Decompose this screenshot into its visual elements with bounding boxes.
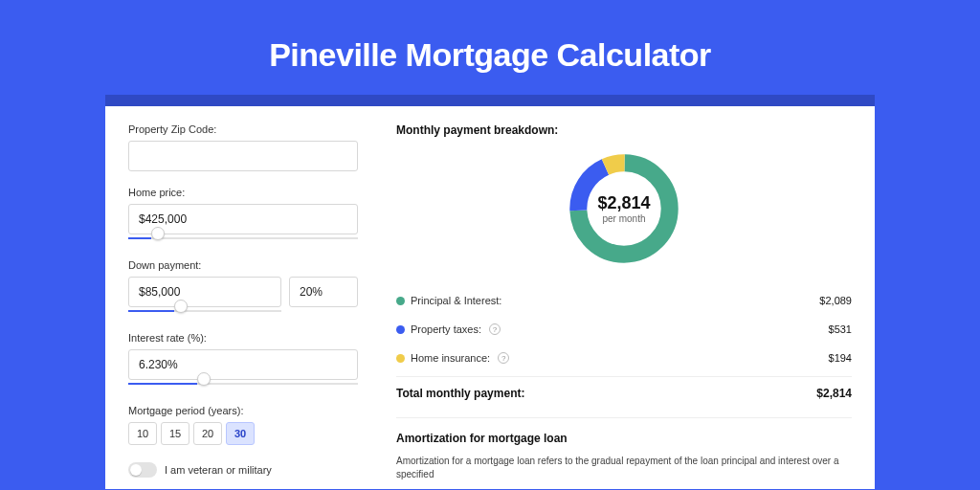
donut-chart: $2,814 per month xyxy=(396,148,852,269)
interest-rate-label: Interest rate (%): xyxy=(128,332,373,344)
zip-block: Property Zip Code: xyxy=(128,123,373,171)
slider-track xyxy=(128,383,358,385)
toggle-dot xyxy=(130,464,142,476)
veteran-row: I am veteran or military xyxy=(128,462,373,478)
home-price-block: Home price: xyxy=(128,187,373,244)
swatch-blue-icon xyxy=(396,325,405,334)
total-value: $2,814 xyxy=(816,387,852,400)
period-block: Mortgage period (years): 10 15 20 30 xyxy=(128,405,373,445)
calculator-card: Property Zip Code: Home price: Down paym… xyxy=(105,106,875,489)
down-payment-percent-input[interactable] xyxy=(289,277,358,307)
card-shadow: Property Zip Code: Home price: Down paym… xyxy=(105,95,875,489)
swatch-green-icon xyxy=(396,297,405,305)
legend-principal-value: $2,089 xyxy=(819,295,852,306)
amortization-section: Amortization for mortgage loan Amortizat… xyxy=(396,417,852,481)
legend-principal-label: Principal & Interest: xyxy=(411,295,501,306)
help-icon[interactable]: ? xyxy=(498,352,509,364)
legend-insurance: Home insurance: ? $194 xyxy=(396,344,852,372)
swatch-yellow-icon xyxy=(396,354,405,363)
donut-sub: per month xyxy=(597,213,650,224)
breakdown-column: Monthly payment breakdown: $2,814 per mo… xyxy=(373,106,875,489)
home-price-slider[interactable] xyxy=(128,233,358,244)
period-label: Mortgage period (years): xyxy=(128,405,373,416)
total-label: Total monthly payment: xyxy=(396,387,524,400)
period-btn-15[interactable]: 15 xyxy=(161,422,189,445)
donut-center: $2,814 per month xyxy=(597,193,650,224)
slider-knob[interactable] xyxy=(151,227,165,240)
down-payment-row xyxy=(128,277,373,307)
help-icon[interactable]: ? xyxy=(489,323,501,335)
legend-left: Property taxes: ? xyxy=(396,323,501,335)
home-price-label: Home price: xyxy=(128,187,373,198)
period-buttons: 10 15 20 30 xyxy=(128,422,373,445)
down-payment-label: Down payment: xyxy=(128,259,373,271)
page-title: Pineville Mortgage Calculator xyxy=(0,0,980,95)
down-payment-slider[interactable] xyxy=(128,305,281,317)
legend-taxes-label: Property taxes: xyxy=(411,323,481,335)
total-row: Total monthly payment: $2,814 xyxy=(396,376,852,412)
down-payment-input[interactable] xyxy=(128,277,281,307)
slider-knob[interactable] xyxy=(197,372,211,386)
interest-rate-block: Interest rate (%): xyxy=(128,332,373,390)
breakdown-title: Monthly payment breakdown: xyxy=(396,123,852,137)
zip-input[interactable] xyxy=(128,141,358,171)
veteran-toggle[interactable] xyxy=(128,462,157,478)
slider-knob[interactable] xyxy=(174,300,188,313)
amort-title: Amortization for mortgage loan xyxy=(396,432,852,445)
legend-left: Principal & Interest: xyxy=(396,295,501,306)
period-btn-30[interactable]: 30 xyxy=(226,422,255,445)
amort-text: Amortization for a mortgage loan refers … xyxy=(396,455,852,481)
legend-principal: Principal & Interest: $2,089 xyxy=(396,286,852,315)
legend-insurance-label: Home insurance: xyxy=(411,352,490,364)
slider-track xyxy=(128,310,281,312)
legend-insurance-value: $194 xyxy=(829,352,852,364)
period-btn-20[interactable]: 20 xyxy=(193,422,222,445)
legend-left: Home insurance: ? xyxy=(396,352,509,364)
slider-fill xyxy=(128,310,174,312)
legend-taxes: Property taxes: ? $531 xyxy=(396,315,852,344)
form-column: Property Zip Code: Home price: Down paym… xyxy=(105,106,373,489)
interest-rate-slider[interactable] xyxy=(128,378,358,390)
down-payment-block: Down payment: xyxy=(128,259,373,317)
slider-fill xyxy=(128,237,151,239)
zip-label: Property Zip Code: xyxy=(128,123,373,135)
legend-taxes-value: $531 xyxy=(829,323,852,335)
donut-amount: $2,814 xyxy=(597,193,650,213)
veteran-label: I am veteran or military xyxy=(165,464,272,476)
period-btn-10[interactable]: 10 xyxy=(128,422,157,445)
slider-fill xyxy=(128,383,197,385)
interest-rate-input[interactable] xyxy=(128,349,358,380)
